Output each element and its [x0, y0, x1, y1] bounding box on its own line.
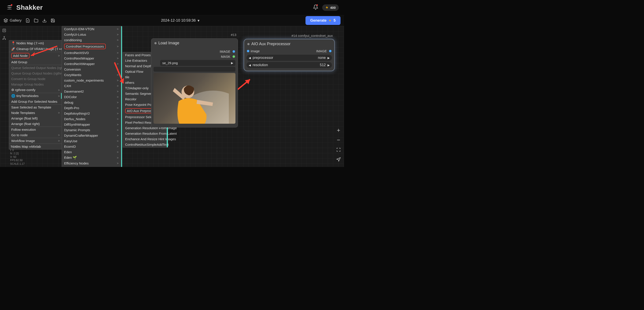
output-port-mask[interactable]: MASK — [151, 54, 238, 59]
menu-item[interactable]: ControlNetAuxSimpleAddText — [123, 142, 168, 147]
menu-item[interactable]: conditioning — [62, 37, 122, 43]
image-preview — [154, 73, 236, 124]
menu-item[interactable]: Add Node — [9, 52, 62, 59]
download-icon[interactable] — [42, 18, 47, 23]
menu-item[interactable]: Add Group — [9, 59, 62, 65]
menu-item[interactable]: Node Templates — [9, 110, 62, 116]
menu-item[interactable]: EcomID — [62, 144, 122, 149]
triangle-left-icon: ◀ — [249, 64, 251, 67]
logo-icon — [5, 3, 14, 12]
menu-item[interactable]: Save Selected as Template — [9, 105, 62, 110]
lightning-icon — [325, 6, 329, 9]
generate-button[interactable]: Generate 5 — [306, 16, 340, 25]
node-title: Load Image — [151, 39, 238, 48]
input-port-image[interactable]: image — [247, 49, 260, 53]
zoom-controls — [336, 128, 341, 163]
menu-item[interactable]: Go to node — [9, 132, 62, 138]
svg-point-9 — [3, 39, 3, 40]
node-dot-icon — [247, 43, 250, 45]
menu-item[interactable]: essentials — [62, 166, 122, 167]
timestamp-value: 2024-12-10 10:59:36 — [161, 18, 196, 23]
hierarchy-icon[interactable] — [2, 36, 6, 40]
menu-item[interactable]: Conversion — [62, 67, 122, 72]
notifications-button[interactable] — [313, 5, 318, 11]
zoom-in-button[interactable] — [336, 128, 341, 134]
folder-icon[interactable] — [34, 18, 38, 23]
menu-item[interactable]: Convert to Group Node — [9, 76, 62, 82]
menu-item[interactable]: custom_node_experiments — [62, 78, 122, 83]
menu-item[interactable]: DynamiCrafterWrapper — [62, 133, 122, 138]
menu-item[interactable]: Queue Group Output Nodes (rgthree) — [9, 71, 62, 76]
menu-item[interactable]: ComfyUI-Lotus — [62, 32, 122, 37]
output-port-image[interactable]: IMAGE — [316, 49, 332, 53]
menu-item[interactable]: CozyMantis — [62, 72, 122, 78]
menu-item[interactable]: Follow execution — [9, 127, 62, 132]
filename-value: se_29.png — [162, 61, 178, 65]
menu-item[interactable]: DDColor — [62, 94, 122, 100]
output-port-image[interactable]: IMAGE — [151, 49, 238, 54]
menu-item[interactable]: Arrange (float left) — [9, 116, 62, 121]
generate-label: Generate — [310, 18, 327, 23]
menu-item[interactable]: ControlNeXtSVD — [62, 50, 122, 56]
menu-item[interactable]: ControlNeXtWrapper — [62, 61, 122, 67]
node-tag: #13 — [231, 33, 236, 37]
logo[interactable]: Shakker — [5, 3, 43, 12]
menu-item[interactable]: ControlNextWrapper — [62, 56, 122, 61]
menu-item[interactable]: Generation Resolution From Latent — [123, 131, 168, 136]
param-resolution[interactable]: ◀ resolution 512 ▶ — [246, 62, 332, 68]
menu-item[interactable]: DepthAnythingV2 — [62, 111, 122, 116]
save-icon[interactable] — [51, 18, 55, 23]
lightning-icon — [328, 19, 332, 22]
notes-icon[interactable] — [2, 28, 6, 33]
timestamp-dropdown[interactable]: 2024-12-10 10:59:36 ▾ — [161, 18, 200, 23]
menu-item[interactable]: 📍 Nodes Map (⇧+m) — [9, 40, 62, 46]
menu-item[interactable]: Workflow Image — [9, 138, 62, 144]
zoom-out-button[interactable] — [336, 138, 341, 143]
app-header: Shakker 400 — [0, 0, 344, 15]
menu-item[interactable]: Dynamic Prompts — [62, 127, 122, 133]
svg-point-8 — [4, 36, 4, 37]
svg-point-0 — [11, 4, 12, 6]
fullscreen-button[interactable] — [336, 147, 341, 153]
menu-item[interactable]: Arrange (float right) — [9, 121, 62, 127]
node-load-image[interactable]: #13 Load Image IMAGE MASK se_29.png ▶ — [151, 38, 238, 127]
menu-item[interactable]: 🚀 Cleanup Of VRAM Usage (⇧+r) — [9, 46, 62, 52]
node-aio-preprocessor[interactable]: #14 comfyui_controlnet_aux AIO Aux Prepr… — [244, 39, 334, 71]
context-menu-nodes: ComfyUI-IDM-VTONComfyUI-Lotusconditionin… — [62, 26, 122, 167]
context-menu-main: 📍 Nodes Map (⇧+m)🚀 Cleanup Of VRAM Usage… — [9, 40, 62, 149]
menu-item[interactable]: Eden 🌱 — [62, 155, 122, 161]
app-name: Shakker — [16, 4, 43, 11]
menu-item[interactable]: ComfyUI-IDM-VTON — [62, 26, 122, 32]
menu-item[interactable]: Efficiency Nodes — [62, 161, 122, 166]
triangle-left-icon: ◀ — [249, 56, 251, 60]
canvas[interactable]: 📍 Nodes Map (⇧+m)🚀 Cleanup Of VRAM Usage… — [0, 26, 344, 167]
menu-item[interactable]: Enchance And Resize Hint Images — [123, 136, 168, 142]
generate-cost: 5 — [334, 18, 336, 23]
node-title: AIO Aux Preprocessor — [244, 40, 334, 49]
node-dot-icon — [154, 42, 156, 44]
play-icon: ▶ — [231, 61, 233, 65]
menu-item[interactable]: Add Group For Selected Nodes — [9, 99, 62, 104]
menu-item[interactable]: CXH — [62, 83, 122, 89]
menu-item[interactable]: Eden — [62, 149, 122, 155]
menu-item[interactable]: debug — [62, 100, 122, 105]
new-file-icon[interactable] — [26, 18, 30, 23]
menu-item[interactable]: EasyUse — [62, 138, 122, 144]
menu-item[interactable]: 🌐 tinyTerraNodes — [9, 93, 62, 99]
param-preprocessor[interactable]: ◀ preprocessor none ▶ — [246, 55, 332, 61]
toolbar: Gallery 2024-12-10 10:59:36 ▾ Generate 5 — [0, 15, 344, 26]
menu-item[interactable]: Davemane42 — [62, 89, 122, 94]
credits-pill[interactable]: 400 — [322, 5, 339, 11]
svg-marker-1 — [4, 19, 8, 21]
menu-item[interactable]: ⚙ rgthree-comfy — [9, 87, 62, 93]
filename-selector[interactable]: se_29.png ▶ — [160, 60, 236, 66]
gallery-label: Gallery — [10, 18, 22, 23]
gallery-button[interactable]: Gallery — [4, 18, 22, 23]
menu-item[interactable]: Depth-Pro — [62, 105, 122, 111]
menu-item[interactable]: Manage Group Nodes — [9, 82, 62, 87]
menu-item[interactable]: DiffSynthWrapper — [62, 122, 122, 127]
menu-item[interactable]: Derfuu_Nodes — [62, 116, 122, 122]
locate-button[interactable] — [336, 157, 341, 163]
menu-item[interactable]: ControlNet Preprocessors — [62, 43, 122, 50]
menu-item[interactable]: Queue Selected Output Nodes (rgthree) — [9, 65, 62, 71]
